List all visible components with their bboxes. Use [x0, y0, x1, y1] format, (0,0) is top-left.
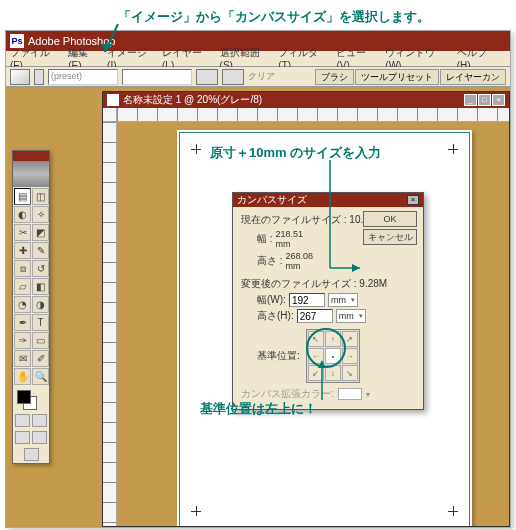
ruler-vertical[interactable] [103, 122, 117, 526]
options-btn-2[interactable] [222, 69, 244, 85]
color-swatches[interactable] [13, 386, 49, 412]
marquee-tool[interactable]: ◫ [32, 188, 49, 205]
path-tool[interactable]: ✒ [14, 314, 31, 331]
eraser-tool[interactable]: ▱ [14, 278, 31, 295]
quickmask-on[interactable] [32, 414, 47, 427]
hand-tool[interactable]: ✋ [14, 368, 31, 385]
height-label: 高さ(H): [257, 309, 294, 323]
maximize-button[interactable]: □ [478, 94, 491, 106]
height-unit-select[interactable]: mm [336, 309, 366, 323]
width-unit-select[interactable]: mm [328, 293, 358, 307]
document-title: 名称未設定 1 @ 20%(グレー/8) [123, 93, 262, 107]
current-width-label: 幅 : [257, 232, 273, 246]
menubar: ファイル(F) 編集(E) イメージ(I) レイヤー(L) 選択範囲(S) フィ… [6, 51, 510, 67]
document-titlebar: 名称未設定 1 @ 20%(グレー/8) _ □ × [103, 92, 509, 108]
stamp-tool[interactable]: ⧈ [14, 260, 31, 277]
canvas-size-dialog: カンバスサイズ × OK キャンセル 現在のファイルサイズ : 10.6M 幅 … [232, 192, 424, 410]
options-btn-1[interactable] [196, 69, 218, 85]
extension-color-dd[interactable]: ▾ [366, 390, 370, 399]
lasso-tool[interactable]: ◐ [14, 206, 31, 223]
minimize-button[interactable]: _ [464, 94, 477, 106]
heal-tool[interactable]: ✚ [14, 242, 31, 259]
options-clear[interactable]: クリア [248, 70, 275, 83]
cancel-button[interactable]: キャンセル [363, 229, 417, 245]
anchor-br[interactable]: ↘ [342, 365, 358, 381]
history-brush-tool[interactable]: ↺ [32, 260, 49, 277]
wand-tool[interactable]: ✧ [32, 206, 49, 223]
new-size-label: 変更後のファイルサイズ : 9.28M [241, 277, 387, 291]
panel-tab-toolpresets[interactable]: ツールプリセット [355, 69, 439, 85]
crop-tool[interactable]: ✂ [14, 224, 31, 241]
current-height-value: 268.08 mm [286, 251, 328, 271]
options-bar: (preset) クリア ブラシ ツールプリセット レイヤーカン [6, 67, 510, 87]
notes-tool[interactable]: ✉ [14, 350, 31, 367]
crop-mark-tl [191, 144, 201, 154]
slice-tool[interactable]: ◩ [32, 224, 49, 241]
panel-tab-brushes[interactable]: ブラシ [315, 69, 354, 85]
current-height-label: 高さ : [257, 254, 283, 268]
blur-tool[interactable]: ◔ [14, 296, 31, 313]
screenmode-1[interactable] [15, 431, 30, 444]
annotation-size-hint: 原寸＋10mm のサイズを入力 [210, 144, 381, 162]
crop-mark-br [448, 506, 458, 516]
dodge-tool[interactable]: ◑ [32, 296, 49, 313]
width-label: 幅(W): [257, 293, 286, 307]
pen-tool[interactable]: ✑ [14, 332, 31, 349]
jump-to[interactable] [24, 448, 39, 461]
panel-tab-layer[interactable]: レイヤーカン [440, 69, 506, 85]
width-input[interactable] [289, 293, 325, 307]
tool-preset-dropdown[interactable] [34, 69, 44, 85]
eyedropper-tool[interactable]: ✐ [32, 350, 49, 367]
dialog-close-button[interactable]: × [407, 195, 419, 205]
tools-grip[interactable] [13, 161, 49, 187]
dialog-title: カンバスサイズ [237, 193, 307, 207]
annotation-anchor-circle [306, 328, 346, 368]
options-preset[interactable]: (preset) [48, 69, 118, 85]
type-tool[interactable]: T [32, 314, 49, 331]
close-button[interactable]: × [492, 94, 505, 106]
crop-mark-bl [191, 506, 201, 516]
ok-button[interactable]: OK [363, 211, 417, 227]
tools-header[interactable] [13, 151, 49, 161]
screenmode-2[interactable] [32, 431, 47, 444]
crop-mark-tr [448, 144, 458, 154]
tool-preset-icon[interactable] [10, 69, 30, 85]
annotation-menu-hint: 「イメージ」から「カンバスサイズ」を選択します。 [118, 8, 430, 26]
current-width-value: 218.51 mm [276, 229, 318, 249]
foreground-color[interactable] [17, 390, 31, 404]
extension-color-swatch[interactable] [338, 388, 362, 400]
options-field[interactable] [122, 69, 192, 85]
current-size-label: 現在のファイルサイズ : 10.6M [241, 213, 377, 227]
shape-tool[interactable]: ▭ [32, 332, 49, 349]
extension-color-label: カンバス拡張カラー: [241, 387, 334, 401]
quickmask-off[interactable] [15, 414, 30, 427]
tools-panel[interactable]: ▤ ◫ ◐ ✧ ✂ ◩ ✚ ✎ ⧈ ↺ ▱ ◧ ◔ ◑ ✒ T ✑ ▭ ✉ ✐ … [12, 150, 50, 464]
ruler-corner [103, 108, 117, 122]
anchor-label: 基準位置: [257, 349, 300, 363]
zoom-tool[interactable]: 🔍 [32, 368, 49, 385]
document-icon [107, 94, 119, 106]
brush-tool[interactable]: ✎ [32, 242, 49, 259]
ruler-horizontal[interactable] [117, 108, 509, 122]
annotation-anchor-hint: 基準位置は左上に！ [200, 400, 317, 418]
dialog-titlebar[interactable]: カンバスサイズ × [233, 193, 423, 207]
move-tool[interactable]: ▤ [14, 188, 31, 205]
height-input[interactable] [297, 309, 333, 323]
gradient-tool[interactable]: ◧ [32, 278, 49, 295]
